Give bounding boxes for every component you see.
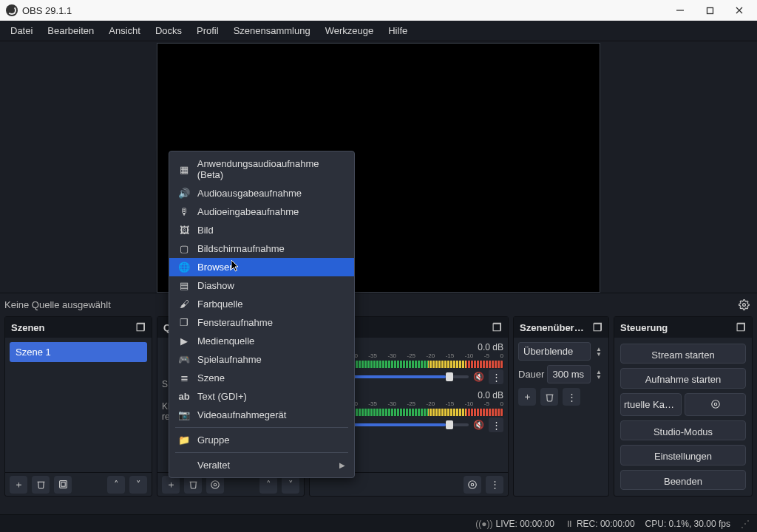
scene-remove-button[interactable]	[32, 476, 50, 494]
scene-down-button[interactable]: ˅	[129, 476, 147, 494]
mixer-settings-button[interactable]	[464, 476, 481, 494]
status-cpu: CPU: 0.1%, 30.00 fps	[645, 519, 730, 529]
mixer-popout-icon[interactable]: ❐	[492, 321, 502, 333]
chevron-right-icon: ▶	[339, 461, 345, 469]
scenes-title: Szenen	[11, 322, 45, 333]
text-icon: ab	[178, 391, 190, 402]
ctx-color-source[interactable]: 🖌Farbquelle	[169, 295, 354, 313]
scene-add-button[interactable]: ＋	[10, 476, 27, 494]
minimize-button[interactable]	[665, 0, 695, 21]
exit-button[interactable]: Beenden	[620, 470, 746, 490]
mixer-ch1-mute-icon[interactable]: 🔇	[473, 372, 484, 382]
ctx-scene[interactable]: ≣Szene	[169, 369, 354, 387]
source-props-button[interactable]	[206, 476, 224, 494]
svg-rect-1	[707, 7, 713, 13]
svg-rect-5	[59, 481, 67, 488]
close-button[interactable]	[724, 0, 754, 21]
mixer-ch2-mute-icon[interactable]: 🔇	[473, 420, 484, 430]
scene-item[interactable]: Szene 1	[10, 342, 147, 362]
vcam-settings-button[interactable]	[685, 393, 746, 416]
transition-remove-button[interactable]	[540, 388, 558, 406]
ctx-media-source[interactable]: ▶Medienquelle	[169, 332, 354, 350]
ctx-deprecated[interactable]: Veraltet▶	[169, 456, 354, 474]
transition-add-button[interactable]: ＋	[518, 388, 536, 406]
titlebar: OBS 29.1.1	[0, 0, 757, 21]
mixer-ch1-menu[interactable]: ⋮	[489, 369, 503, 384]
gamepad-icon: 🎮	[178, 354, 190, 365]
ctx-app-audio[interactable]: ▦Anwendungsaudioaufnahme (Beta)	[169, 154, 354, 184]
ctx-audio-out[interactable]: 🔊Audioausgabeaufnahme	[169, 184, 354, 202]
transitions-title: Szenenüber…	[520, 322, 584, 333]
no-source-label: Keine Quelle ausgewählt	[4, 299, 111, 310]
ctx-slideshow[interactable]: ▤Diashow	[169, 276, 354, 295]
start-record-button[interactable]: Aufnahme starten	[620, 368, 746, 388]
source-add-button[interactable]: ＋	[162, 476, 180, 494]
ctx-display-capture[interactable]: ▢Bildschirmaufnahme	[169, 239, 354, 258]
folder-icon: 📁	[178, 434, 190, 446]
brush-icon: 🖌	[178, 299, 190, 310]
ctx-browser[interactable]: 🌐Browser	[169, 258, 354, 276]
source-context-toolbar: Keine Quelle ausgewählt	[0, 293, 757, 316]
menu-ansicht[interactable]: Ansicht	[101, 22, 148, 39]
ctx-audio-in[interactable]: 🎙Audioeingabeaufnahme	[169, 202, 354, 221]
menu-bearbeiten[interactable]: Bearbeiten	[40, 22, 101, 39]
transition-type-stepper[interactable]: ▲▼	[594, 347, 604, 357]
image-icon: 🖼	[178, 225, 190, 236]
svg-point-12	[711, 400, 719, 409]
menu-szenensammlung[interactable]: Szenensammlung	[226, 22, 318, 39]
menu-werkzeuge[interactable]: Werkzeuge	[318, 22, 381, 39]
source-settings-icon[interactable]	[735, 296, 753, 314]
app-audio-icon: ▦	[178, 164, 190, 175]
transition-duration-stepper[interactable]: ▲▼	[594, 369, 604, 380]
play-icon: ▶	[178, 335, 190, 347]
menu-docks[interactable]: Docks	[148, 22, 189, 39]
controls-title: Steuerung	[620, 322, 668, 333]
mixer-ch2-menu[interactable]: ⋮	[489, 417, 503, 432]
transitions-dock: Szenenüber… ❐ Überblende ▲▼ Dauer 300 ms…	[513, 316, 609, 497]
ctx-group[interactable]: 📁Gruppe	[169, 431, 354, 449]
mouse-cursor-icon	[231, 260, 240, 272]
scene-up-button[interactable]: ˄	[107, 476, 125, 494]
broadcast-icon: ((●))	[475, 519, 492, 529]
mixer-menu-button[interactable]: ⋮	[486, 476, 503, 494]
resize-grip-icon[interactable]: ⋰	[741, 519, 750, 529]
scenes-popout-icon[interactable]: ❐	[136, 321, 146, 333]
scene-filter-button[interactable]	[54, 476, 72, 494]
window-title: OBS 29.1.1	[22, 5, 72, 16]
svg-point-4	[742, 304, 745, 307]
transition-duration-input[interactable]: 300 ms	[547, 365, 591, 383]
status-live: LIVE: 00:00:00	[495, 519, 554, 529]
settings-button[interactable]: Einstellungen	[620, 445, 746, 465]
source-remove-button[interactable]	[184, 476, 202, 494]
ctx-window-capture[interactable]: ❐Fensteraufnahme	[169, 313, 354, 332]
ctx-game-capture[interactable]: 🎮Spielaufnahme	[169, 350, 354, 369]
svg-point-8	[211, 480, 220, 488]
transition-type-select[interactable]: Überblende	[518, 342, 591, 361]
pause-icon: ⏸	[565, 519, 574, 529]
maximize-button[interactable]	[695, 0, 724, 21]
ctx-text-gdi[interactable]: abText (GDI+)	[169, 387, 354, 406]
controls-popout-icon[interactable]: ❐	[736, 321, 746, 333]
start-vcam-button[interactable]: rtuelle Kamera starte	[620, 393, 682, 416]
svg-point-11	[714, 403, 717, 406]
svg-rect-6	[61, 482, 64, 486]
menu-datei[interactable]: Datei	[3, 22, 40, 39]
menubar: Datei Bearbeiten Ansicht Docks Profil Sz…	[0, 21, 757, 41]
obs-logo-icon	[6, 4, 18, 16]
source-up-button[interactable]: ˄	[259, 476, 277, 494]
list-icon: ≣	[178, 372, 190, 383]
menu-hilfe[interactable]: Hilfe	[381, 22, 415, 39]
source-down-button[interactable]: ˅	[282, 476, 299, 494]
mixer-ch2-db: 0.0 dB	[478, 390, 503, 400]
ctx-image[interactable]: 🖼Bild	[169, 221, 354, 239]
start-stream-button[interactable]: Stream starten	[620, 344, 746, 364]
transitions-popout-icon[interactable]: ❐	[593, 321, 602, 333]
menu-profil[interactable]: Profil	[189, 22, 226, 39]
slides-icon: ▤	[178, 280, 190, 291]
add-source-context-menu: ▦Anwendungsaudioaufnahme (Beta) 🔊Audioau…	[169, 151, 355, 478]
ctx-separator-1	[175, 427, 348, 428]
studio-mode-button[interactable]: Studio-Modus	[620, 420, 746, 440]
ctx-video-capture[interactable]: 📷Videoaufnahmegerät	[169, 406, 354, 424]
transition-menu-button[interactable]: ⋮	[563, 388, 580, 406]
scenes-dock: Szenen ❐ Szene 1 ＋ ˄ ˅	[4, 316, 152, 497]
